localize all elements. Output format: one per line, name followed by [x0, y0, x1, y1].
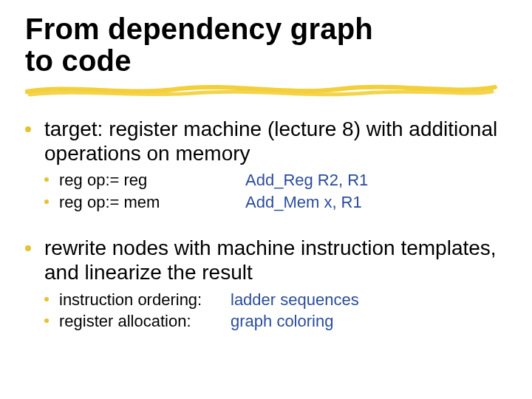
sub-item: instruction ordering: ladder sequences — [44, 290, 507, 310]
slide: From dependency graph to code target: re… — [0, 0, 532, 399]
sub-item: reg op:= mem Add_Mem x, R1 — [44, 192, 507, 213]
sub-left: register allocation: — [59, 311, 231, 332]
bullet-dot-icon — [25, 126, 31, 132]
title-line-2: to code — [25, 45, 507, 77]
sub-item: register allocation: graph coloring — [44, 311, 507, 332]
bullet-1-sub: reg op:= reg Add_Reg R2, R1 reg op:= mem… — [44, 170, 507, 212]
sub-right: graph coloring — [231, 311, 333, 332]
bullet-dot-icon — [44, 318, 49, 323]
sub-cols: register allocation: graph coloring — [59, 311, 333, 332]
title-underline — [25, 81, 498, 98]
scribble-icon — [25, 81, 498, 98]
sub-right: Add_Reg R2, R1 — [245, 170, 368, 191]
sub-item: reg op:= reg Add_Reg R2, R1 — [44, 170, 507, 191]
sub-left: instruction ordering: — [59, 290, 231, 310]
sub-cols: reg op:= reg Add_Reg R2, R1 — [59, 170, 368, 191]
bullet-dot-icon — [44, 177, 49, 182]
sub-left: reg op:= mem — [59, 192, 245, 213]
sub-right: ladder sequences — [231, 290, 359, 310]
sub-cols: reg op:= mem Add_Mem x, R1 — [59, 192, 362, 213]
bullet-dot-icon — [44, 200, 49, 204]
sub-right: Add_Mem x, R1 — [245, 192, 362, 213]
bullet-2: rewrite nodes with machine instruction t… — [25, 236, 507, 284]
bullet-dot-icon — [44, 297, 49, 301]
bullet-1: target: register machine (lecture 8) wit… — [25, 117, 507, 166]
sub-cols: instruction ordering: ladder sequences — [59, 290, 359, 310]
bullet-2-sub: instruction ordering: ladder sequences r… — [44, 290, 507, 332]
title-line-1: From dependency graph — [25, 13, 507, 45]
slide-body: target: register machine (lecture 8) wit… — [25, 117, 507, 331]
slide-title: From dependency graph to code — [25, 13, 507, 77]
bullet-dot-icon — [25, 245, 31, 251]
bullet-2-text: rewrite nodes with machine instruction t… — [44, 236, 507, 284]
sub-left: reg op:= reg — [59, 170, 245, 191]
bullet-1-text: target: register machine (lecture 8) wit… — [44, 117, 507, 166]
